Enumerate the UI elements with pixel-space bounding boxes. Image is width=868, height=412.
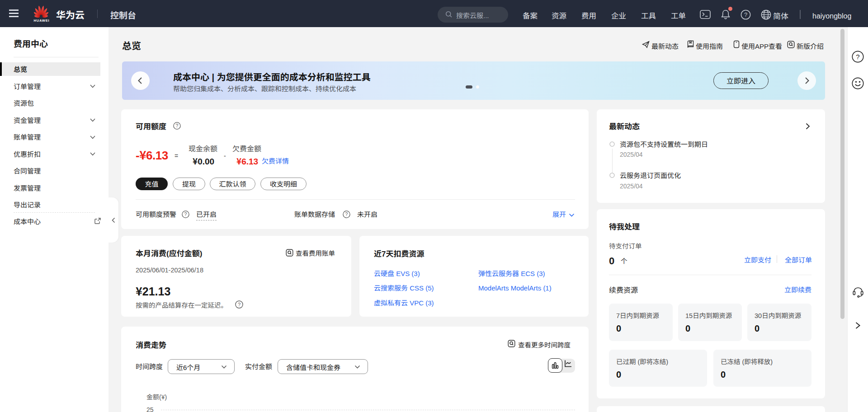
svg-text:?: ? [744, 11, 747, 18]
svg-text:?: ? [238, 302, 241, 307]
svg-text:?: ? [345, 211, 348, 217]
svg-text:?: ? [184, 211, 187, 217]
svg-text:?: ? [176, 123, 179, 128]
svg-text:?: ? [856, 53, 859, 61]
